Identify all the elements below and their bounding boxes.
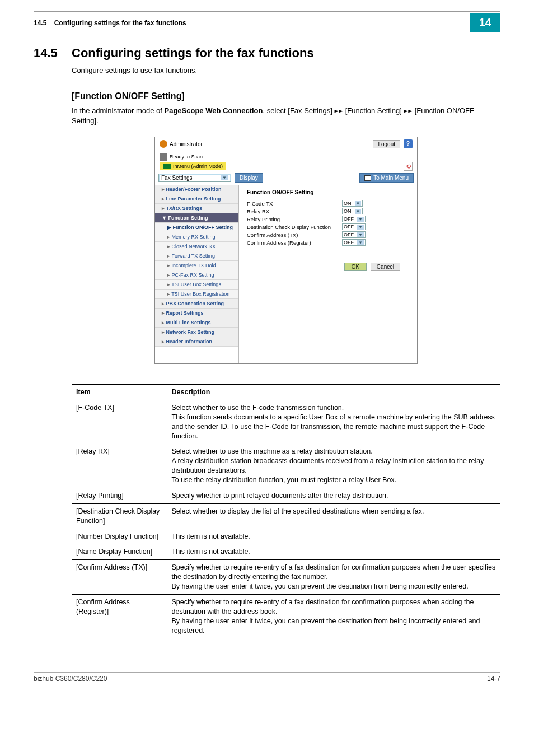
table-desc: Select whether to use this machine as a … (167, 444, 500, 488)
sidebar-item-header-info[interactable]: Header Information (155, 337, 238, 347)
sidebar-item-forward-tx[interactable]: Forward TX Setting (155, 251, 238, 261)
sidebar-item-closed-network[interactable]: Closed Network RX (155, 242, 238, 251)
cancel-button[interactable]: Cancel (371, 263, 400, 271)
logout-button[interactable]: Logout (373, 140, 400, 148)
sidebar-item-pcfax-rx[interactable]: PC-Fax RX Setting (155, 270, 238, 280)
ok-button[interactable]: OK (344, 263, 367, 271)
table-desc: Specify whether to print relayed documen… (167, 488, 500, 503)
subsection-desc: In the administrator mode of PageScope W… (72, 106, 500, 125)
user-icon (160, 140, 167, 148)
chevron-down-icon: ▼ (357, 240, 364, 245)
sidebar-item-report[interactable]: Report Settings (155, 309, 238, 318)
sidebar-item-pbx[interactable]: PBX Connection Setting (155, 299, 238, 309)
table-desc: Specify whether to require re-entry of a… (167, 594, 500, 638)
table-head-desc: Description (167, 385, 500, 400)
screenshot-panel: Administrator Logout ? Ready to Scan InM… (154, 137, 418, 364)
sidebar-item-memory-rx[interactable]: Memory RX Setting (155, 232, 238, 242)
chevron-down-icon: ▼ (357, 232, 364, 237)
to-main-menu-button[interactable]: To Main Menu (359, 173, 414, 183)
menu-icon (364, 175, 371, 181)
section-intro: Configure settings to use fax functions. (72, 66, 500, 74)
sidebar-item-line-parameter[interactable]: Line Parameter Setting (155, 194, 238, 204)
table-desc: This item is not available. (167, 529, 500, 544)
table-item: [Destination Check Display Function] (72, 503, 167, 529)
field-label: Destination Check Display Function (247, 224, 342, 230)
field-label: Confirm Address (TX) (247, 232, 342, 238)
description-table: Item Description [F-Code TX]Select wheth… (72, 384, 500, 638)
table-item: [F-Code TX] (72, 400, 167, 444)
sidebar-item-tsi-box[interactable]: TSI User Box Settings (155, 280, 238, 290)
table-item: [Relay RX] (72, 444, 167, 488)
sidebar-item-multi-line[interactable]: Multi Line Settings (155, 318, 238, 328)
section-title: Configuring settings for the fax functio… (72, 46, 314, 60)
table-desc: Select whether to display the list of th… (167, 503, 500, 529)
mfp-icon (163, 164, 171, 169)
footer-page: 14-7 (487, 675, 500, 683)
field-select[interactable]: ON▼ (342, 200, 363, 207)
field-label: Confirm Address (Register) (247, 240, 342, 246)
field-label: Relay Printing (247, 216, 342, 222)
breadcrumb: 14.5 Configuring settings for the fax fu… (34, 19, 470, 27)
chevron-down-icon: ▼ (357, 217, 364, 222)
table-desc: Select whether to use the F-code transmi… (167, 400, 500, 444)
sidebar-navigation: Header/Footer Position Line Parameter Se… (155, 185, 239, 363)
status-ready: Ready to Scan (170, 154, 203, 160)
table-head-item: Item (72, 385, 167, 400)
table-desc: This item is not available. (167, 544, 500, 560)
table-item: [Name Display Function] (72, 544, 167, 560)
printer-icon (160, 153, 167, 161)
status-menu-mode: InMenu (Admin Mode) (160, 162, 226, 170)
field-select[interactable]: OFF▼ (342, 231, 366, 238)
sidebar-item-header-footer[interactable]: Header/Footer Position (155, 185, 238, 194)
sidebar-item-network-fax[interactable]: Network Fax Setting (155, 328, 238, 337)
subsection-heading: [Function ON/OFF Setting] (72, 91, 500, 101)
help-button[interactable]: ? (404, 139, 413, 148)
table-item: [Relay Printing] (72, 488, 167, 503)
sidebar-item-function-onoff[interactable]: Function ON/OFF Setting (155, 223, 238, 232)
sidebar-item-incomplete-tx[interactable]: Incomplete TX Hold (155, 261, 238, 270)
field-select[interactable]: OFF▼ (342, 239, 366, 246)
chevron-down-icon: ▼ (355, 209, 362, 214)
sidebar-item-function-setting[interactable]: Function Setting (155, 213, 238, 223)
field-select[interactable]: OFF▼ (342, 223, 366, 230)
chevron-down-icon: ▼ (357, 225, 364, 230)
chapter-badge: 14 (470, 13, 500, 32)
display-button[interactable]: Display (235, 173, 263, 183)
chevron-down-icon: ▼ (221, 175, 228, 180)
field-label: Relay RX (247, 208, 342, 214)
table-item: [Number Display Function] (72, 529, 167, 544)
refresh-button[interactable]: ⟲ (404, 162, 413, 171)
panel-title: Function ON/OFF Setting (247, 189, 411, 195)
table-desc: Specify whether to require re-entry of a… (167, 560, 500, 595)
field-label: F-Code TX (247, 200, 342, 207)
table-item: [Confirm Address (TX)] (72, 560, 167, 595)
field-select[interactable]: OFF▼ (342, 216, 366, 222)
table-item: [Confirm Address (Register)] (72, 594, 167, 638)
footer-model: bizhub C360/C280/C220 (34, 675, 107, 683)
sidebar-item-txrx[interactable]: TX/RX Settings (155, 204, 238, 213)
administrator-label: Administrator (160, 140, 203, 148)
section-number: 14.5 (34, 46, 72, 60)
field-select[interactable]: ON▼ (342, 208, 363, 214)
category-select[interactable]: Fax Settings ▼ (158, 174, 231, 182)
chevron-down-icon: ▼ (355, 201, 362, 206)
sidebar-item-tsi-reg[interactable]: TSI User Box Registration (155, 290, 238, 299)
